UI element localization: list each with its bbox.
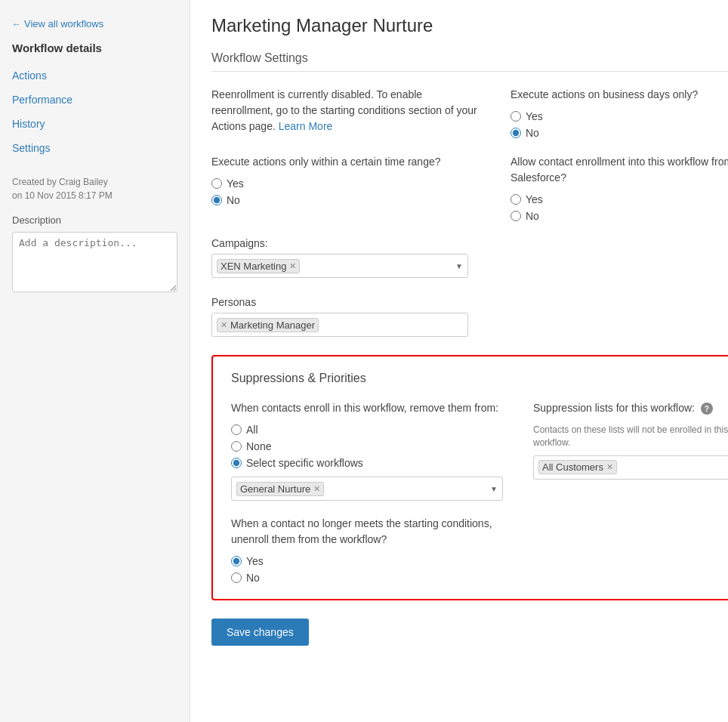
sidebar-meta: Created by Craig Bailey on 10 Nov 2015 8… xyxy=(0,160,190,208)
salesforce-yes-radio[interactable] xyxy=(511,194,521,205)
remove-all-label: All xyxy=(246,424,258,436)
suppression-lists-label: Suppression lists for this workflow: ? xyxy=(533,400,728,416)
execute-no-option[interactable]: No xyxy=(211,194,480,206)
view-all-workflows-link[interactable]: ← View all workflows xyxy=(0,12,190,35)
unenroll-no-label: No xyxy=(246,572,260,584)
remove-specific-option[interactable]: Select specific workflows xyxy=(231,457,503,469)
suppression-title: Suppressions & Priorities xyxy=(231,372,728,385)
unenroll-label: When a contact no longer meets the start… xyxy=(231,516,503,548)
main-content: Marketing Manager Nurture Workflow Setti… xyxy=(190,0,728,722)
suppression-list-input[interactable]: All Customers ✕ ▼ xyxy=(533,455,728,480)
remove-none-label: None xyxy=(246,440,271,452)
campaigns-dropdown-arrow[interactable]: ▼ xyxy=(455,262,463,270)
remove-none-option[interactable]: None xyxy=(231,440,503,452)
execute-no-radio[interactable] xyxy=(211,195,222,205)
page-title: Marketing Manager Nurture xyxy=(211,15,728,36)
business-yes-option[interactable]: Yes xyxy=(511,110,728,122)
suppression-section: Suppressions & Priorities When contacts … xyxy=(211,355,728,600)
workflow-tag-remove[interactable]: ✕ xyxy=(313,485,320,493)
personas-input[interactable]: ✕ Marketing Manager xyxy=(211,313,468,337)
campaigns-label: Campaigns: xyxy=(211,237,728,249)
business-no-radio[interactable] xyxy=(511,128,521,138)
personas-tag-remove[interactable]: ✕ xyxy=(221,321,227,329)
personas-tag-label: Marketing Manager xyxy=(230,319,315,331)
suppression-list-tag: All Customers ✕ xyxy=(538,460,617,474)
business-no-label: No xyxy=(526,127,539,139)
salesforce-no-option[interactable]: No xyxy=(511,210,728,222)
suppression-tag-label: All Customers xyxy=(542,461,603,473)
campaigns-tag: XEN Marketing ✕ xyxy=(217,259,300,273)
unenroll-yes-radio[interactable] xyxy=(231,556,242,566)
remove-specific-radio[interactable] xyxy=(231,458,242,468)
unenroll-radio-group: Yes No xyxy=(231,555,503,584)
workflow-dropdown-arrow[interactable]: ▼ xyxy=(490,485,498,493)
remove-all-option[interactable]: All xyxy=(231,424,503,436)
remove-none-radio[interactable] xyxy=(231,441,242,452)
remove-radio-group: All None Select specific workflows xyxy=(231,424,503,469)
sidebar-item-history[interactable]: History xyxy=(0,112,190,136)
learn-more-link[interactable]: Learn More xyxy=(279,120,333,132)
help-icon[interactable]: ? xyxy=(701,403,713,415)
workflow-tag: General Nurture ✕ xyxy=(236,482,324,496)
business-days-label: Execute actions on business days only? xyxy=(511,87,728,103)
personas-tag: ✕ Marketing Manager xyxy=(217,318,319,332)
business-no-option[interactable]: No xyxy=(511,127,728,139)
unenroll-yes-label: Yes xyxy=(246,555,264,567)
suppression-sub-label: Contacts on these lists will not be enro… xyxy=(533,424,728,449)
sidebar-item-performance[interactable]: Performance xyxy=(0,88,190,112)
sidebar-item-actions[interactable]: Actions xyxy=(0,63,190,88)
unenroll-no-option[interactable]: No xyxy=(231,572,503,584)
salesforce-radio-group: Yes No xyxy=(511,193,728,222)
business-yes-radio[interactable] xyxy=(511,111,521,122)
campaigns-tag-label: XEN Marketing xyxy=(221,261,286,272)
salesforce-yes-label: Yes xyxy=(526,193,543,205)
personas-label: Personas xyxy=(211,296,728,308)
sidebar: ← View all workflows Workflow details Ac… xyxy=(0,0,190,722)
description-textarea[interactable] xyxy=(12,232,177,292)
execute-yes-option[interactable]: Yes xyxy=(211,177,480,190)
back-label: View all workflows xyxy=(24,18,103,29)
salesforce-label: Allow contact enrollment into this workf… xyxy=(511,154,728,186)
execute-yes-label: Yes xyxy=(227,177,244,190)
execute-time-label: Execute actions only within a certain ti… xyxy=(211,154,480,170)
sidebar-heading: Workflow details xyxy=(0,35,190,63)
workflow-tag-label: General Nurture xyxy=(240,483,310,495)
workflow-tag-input[interactable]: General Nurture ✕ ▼ xyxy=(231,477,503,501)
save-button[interactable]: Save changes xyxy=(211,619,309,646)
salesforce-no-radio[interactable] xyxy=(511,211,521,221)
execute-time-radio-group: Yes No xyxy=(211,177,480,206)
suppression-tag-remove[interactable]: ✕ xyxy=(606,463,613,471)
workflow-settings-section: Workflow Settings xyxy=(211,51,728,72)
unenroll-yes-option[interactable]: Yes xyxy=(231,555,503,567)
remove-all-radio[interactable] xyxy=(231,424,242,435)
description-label: Description xyxy=(0,208,190,229)
unenroll-no-radio[interactable] xyxy=(231,572,242,583)
execute-yes-radio[interactable] xyxy=(211,178,222,189)
business-days-radio-group: Yes No xyxy=(511,110,728,139)
remove-specific-label: Select specific workflows xyxy=(246,457,363,469)
execute-no-label: No xyxy=(227,194,240,206)
campaigns-tag-remove[interactable]: ✕ xyxy=(289,262,296,270)
suppression-lists-text: Suppression lists for this workflow: xyxy=(533,402,695,414)
salesforce-yes-option[interactable]: Yes xyxy=(511,193,728,205)
reenrollment-text: Reenrollment is currently disabled. To e… xyxy=(211,87,480,134)
campaigns-input[interactable]: XEN Marketing ✕ ▼ xyxy=(211,254,468,278)
business-yes-label: Yes xyxy=(526,110,543,122)
salesforce-no-label: No xyxy=(526,210,539,222)
sidebar-item-settings[interactable]: Settings xyxy=(0,136,190,160)
remove-from-label: When contacts enroll in this workflow, r… xyxy=(231,400,503,416)
back-arrow-icon: ← xyxy=(12,19,21,29)
